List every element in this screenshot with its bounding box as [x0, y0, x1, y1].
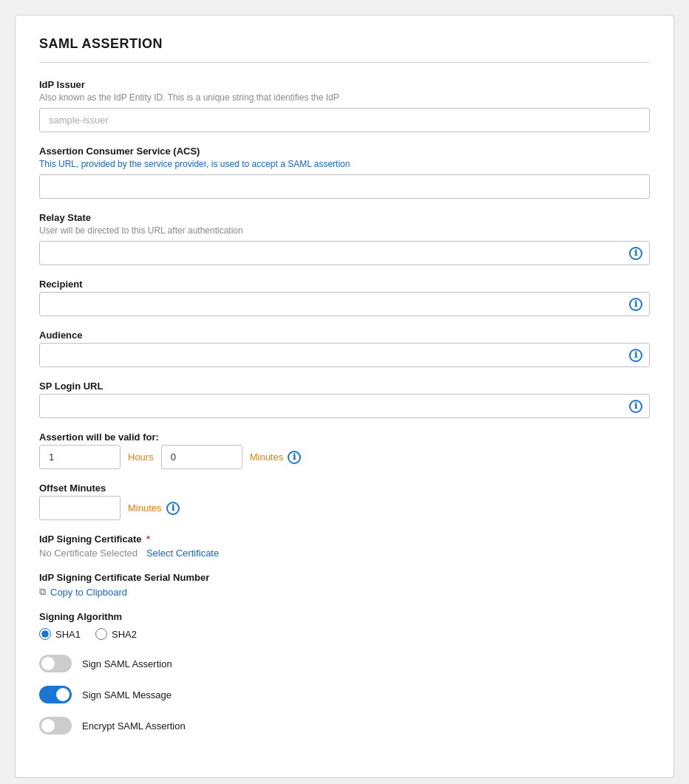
sp-login-url-input[interactable]	[39, 394, 650, 418]
idp-signing-cert-serial-label: IdP Signing Certificate Serial Number	[39, 572, 650, 583]
acs-input[interactable]	[39, 174, 650, 199]
audience-input[interactable]	[39, 343, 650, 367]
encrypt-saml-assertion-toggle[interactable]	[39, 717, 72, 734]
encrypt-saml-assertion-row: Encrypt SAML Assertion	[39, 717, 650, 734]
sign-saml-message-label: Sign SAML Message	[82, 689, 172, 701]
recipient-group: Recipient ℹ	[39, 279, 650, 316]
relay-state-info-icon[interactable]: ℹ	[629, 247, 642, 260]
minutes-label: Minutes	[250, 451, 284, 463]
relay-state-label: Relay State	[39, 212, 650, 223]
minutes-info-wrap: Minutes ℹ	[250, 451, 302, 464]
page-title: SAML ASSERTION	[39, 36, 650, 52]
required-asterisk: *	[143, 534, 150, 545]
recipient-label: Recipient	[39, 279, 650, 290]
validity-info-icon[interactable]: ℹ	[288, 451, 301, 464]
sign-saml-message-row: Sign SAML Message	[39, 686, 650, 703]
sign-saml-message-slider	[39, 686, 72, 703]
sign-saml-assertion-row: Sign SAML Assertion	[39, 655, 650, 672]
copy-icon: ⧉	[39, 586, 46, 598]
no-cert-text: No Certificate Selected	[39, 548, 138, 559]
validity-row: Hours Minutes ℹ	[39, 445, 650, 469]
relay-state-input[interactable]	[39, 241, 650, 265]
audience-info-icon[interactable]: ℹ	[629, 349, 642, 362]
idp-issuer-hint: Also known as the IdP Entity ID. This is…	[39, 92, 650, 103]
audience-group: Audience ℹ	[39, 330, 650, 367]
idp-issuer-input[interactable]	[39, 108, 650, 132]
offset-minutes-input[interactable]	[39, 496, 121, 520]
sp-login-url-group: SP Login URL ℹ	[39, 381, 650, 418]
recipient-info-icon[interactable]: ℹ	[629, 298, 642, 311]
sp-login-url-label: SP Login URL	[39, 381, 650, 392]
copy-row: ⧉ Copy to Clipboard	[39, 586, 650, 598]
offset-minutes-group: Offset Minutes Minutes ℹ	[39, 483, 650, 520]
encrypt-saml-assertion-label: Encrypt SAML Assertion	[82, 720, 186, 732]
signing-algorithm-radio-group: SHA1 SHA2	[39, 628, 650, 640]
offset-info-icon[interactable]: ℹ	[166, 502, 180, 515]
offset-row: Minutes ℹ	[39, 496, 650, 520]
sha1-radio-item[interactable]: SHA1	[39, 628, 81, 640]
idp-issuer-label: IdP Issuer	[39, 79, 650, 90]
relay-state-input-wrap: ℹ	[39, 241, 650, 265]
idp-signing-cert-serial-group: IdP Signing Certificate Serial Number ⧉ …	[39, 572, 650, 598]
validity-group: Assertion will be valid for: Hours Minut…	[39, 432, 650, 469]
sha2-label: SHA2	[112, 629, 137, 640]
sha1-radio[interactable]	[39, 628, 51, 640]
sign-saml-assertion-label: Sign SAML Assertion	[82, 658, 172, 669]
offset-minutes-label: Offset Minutes	[39, 483, 650, 494]
audience-label: Audience	[39, 330, 650, 341]
relay-state-group: Relay State User will be directed to thi…	[39, 212, 650, 265]
copy-to-clipboard-link[interactable]: Copy to Clipboard	[50, 587, 127, 598]
acs-label: Assertion Consumer Service (ACS)	[39, 146, 650, 157]
recipient-input-wrap: ℹ	[39, 292, 650, 316]
signing-algorithm-group: Signing Algorithm SHA1 SHA2	[39, 611, 650, 640]
sha2-radio[interactable]	[95, 628, 107, 640]
saml-assertion-form: SAML ASSERTION IdP Issuer Also known as …	[15, 15, 674, 778]
sha1-label: SHA1	[55, 629, 81, 640]
cert-row: No Certificate Selected Select Certifica…	[39, 548, 650, 559]
hours-label: Hours	[128, 451, 154, 463]
idp-issuer-input-wrap	[39, 108, 650, 132]
offset-minutes-info-wrap: Minutes ℹ	[128, 502, 180, 515]
minutes-input[interactable]	[161, 445, 242, 469]
offset-minutes-unit-label: Minutes	[128, 502, 162, 514]
signing-algorithm-label: Signing Algorithm	[39, 611, 650, 622]
toggle-section: Sign SAML Assertion Sign SAML Message En…	[39, 655, 650, 734]
acs-input-wrap	[39, 174, 650, 199]
acs-hint: This URL, provided by the service provid…	[39, 159, 650, 169]
idp-signing-cert-group: IdP Signing Certificate * No Certificate…	[39, 534, 650, 559]
select-certificate-link[interactable]: Select Certificate	[146, 548, 219, 559]
recipient-input[interactable]	[39, 292, 650, 316]
audience-input-wrap: ℹ	[39, 343, 650, 367]
title-divider	[39, 62, 650, 63]
acs-group: Assertion Consumer Service (ACS) This UR…	[39, 146, 650, 199]
sign-saml-message-toggle[interactable]	[39, 686, 72, 703]
hours-input[interactable]	[39, 445, 121, 469]
sp-login-url-info-icon[interactable]: ℹ	[629, 400, 642, 413]
encrypt-saml-assertion-slider	[39, 717, 72, 734]
validity-label: Assertion will be valid for:	[39, 432, 650, 443]
sign-saml-assertion-toggle[interactable]	[39, 655, 72, 672]
idp-signing-cert-label: IdP Signing Certificate *	[39, 534, 650, 545]
idp-issuer-group: IdP Issuer Also known as the IdP Entity …	[39, 79, 650, 132]
sha2-radio-item[interactable]: SHA2	[95, 628, 137, 640]
sign-saml-assertion-slider	[39, 655, 72, 672]
relay-state-hint: User will be directed to this URL after …	[39, 225, 650, 236]
sp-login-url-input-wrap: ℹ	[39, 394, 650, 418]
